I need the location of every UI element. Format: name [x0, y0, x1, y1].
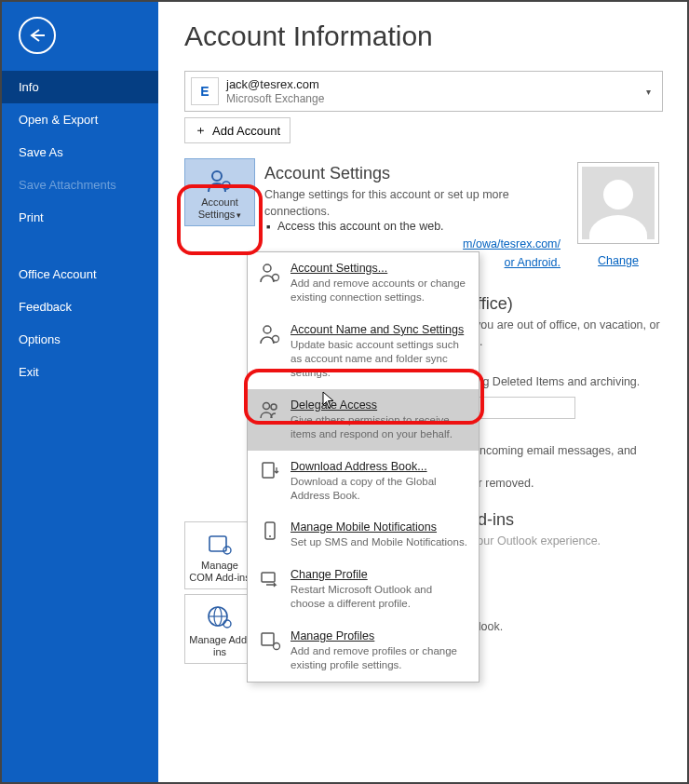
account-avatar-block: Change [574, 162, 663, 268]
account-email: jack@tesrex.com [226, 77, 642, 92]
dropdown-item-title: Download Address Book... [290, 460, 469, 473]
profile-swap-icon [257, 568, 283, 611]
svg-point-2 [225, 184, 228, 187]
account-settings-tile[interactable]: Account Settings▾ [184, 158, 255, 226]
sidebar-item-options[interactable]: Options [0, 323, 158, 356]
sidebar-item-open-export[interactable]: Open & Export [0, 103, 158, 136]
sidebar-item-info[interactable]: Info [0, 71, 158, 103]
owa-link-fragment[interactable]: m/owa/tesrex.com/ [463, 237, 561, 250]
dropdown-item-desc: Restart Microsoft Outlook and choose a d… [290, 583, 469, 611]
plus-icon: ＋ [195, 122, 207, 139]
svg-point-9 [263, 264, 271, 272]
svg-point-20 [274, 643, 280, 650]
change-photo-link[interactable]: Change [598, 254, 639, 267]
dropdown-item-title: Delegate Access [290, 399, 469, 412]
manage-web-addins-tile[interactable]: Manage Add-ins [184, 594, 255, 664]
dropdown-item-desc: Update basic account settings such as ac… [290, 338, 469, 380]
user-gear-icon [206, 169, 234, 193]
dropdown-item-mobile-notifications[interactable]: Manage Mobile Notifications Set up SMS a… [248, 511, 479, 559]
profile-gear-icon [257, 629, 283, 672]
sidebar-item-feedback[interactable]: Feedback [0, 291, 158, 323]
svg-point-14 [271, 404, 277, 410]
backstage-sidebar: Info Open & Export Save As Save Attachme… [0, 0, 158, 784]
arrow-left-icon [28, 28, 47, 43]
dropdown-item-title: Change Profile [290, 568, 469, 581]
svg-point-10 [273, 275, 279, 281]
sidebar-item-save-attachments: Save Attachments [0, 169, 158, 201]
dropdown-item-desc: Add and remove profiles or change existi… [290, 644, 469, 672]
svg-point-4 [223, 547, 231, 554]
dropdown-item-change-profile[interactable]: Change Profile Restart Microsoft Outlook… [248, 559, 479, 620]
page-title: Account Information [184, 20, 663, 52]
add-account-label: Add Account [212, 124, 280, 138]
globe-gear-icon [206, 604, 234, 630]
dropdown-item-desc: Add and remove accounts or change existi… [290, 277, 469, 304]
account-settings-desc: Change settings for this account or set … [264, 187, 561, 220]
dropdown-item-title: Manage Profiles [290, 629, 469, 642]
chevron-down-icon: ▾ [642, 87, 655, 97]
svg-point-0 [212, 171, 222, 181]
two-users-icon [257, 399, 283, 441]
dropdown-item-account-settings[interactable]: Account Settings... Add and remove accou… [248, 252, 479, 314]
svg-point-17 [269, 535, 271, 537]
puzzle-gear-icon [207, 532, 233, 556]
sidebar-item-save-as[interactable]: Save As [0, 136, 158, 169]
manage-com-addins-tile[interactable]: Manage COM Add-ins [184, 521, 255, 589]
user-gear-icon [257, 323, 283, 380]
exchange-icon: E [191, 77, 219, 105]
sidebar-item-print[interactable]: Print [0, 201, 158, 234]
dropdown-item-title: Account Name and Sync Settings [290, 323, 469, 336]
svg-point-12 [273, 335, 279, 342]
dropdown-item-delegate-access[interactable]: Delegate Access Give others permission t… [248, 389, 479, 451]
user-gear-icon [257, 262, 283, 304]
dropdown-item-title: Account Settings... [290, 262, 469, 275]
account-type: Microsoft Exchange [226, 92, 642, 105]
avatar-placeholder-icon [577, 162, 659, 244]
svg-point-13 [263, 402, 270, 409]
sidebar-item-office-account[interactable]: Office Account [0, 258, 158, 291]
back-button[interactable] [19, 17, 56, 54]
phone-icon [257, 520, 283, 549]
dropdown-item-download-address-book[interactable]: Download Address Book... Download a copy… [248, 451, 479, 512]
dropdown-item-title: Manage Mobile Notifications [290, 520, 467, 534]
account-settings-dropdown: Account Settings... Add and remove accou… [247, 251, 480, 683]
dropdown-item-name-sync[interactable]: Account Name and Sync Settings Update ba… [248, 314, 479, 389]
svg-rect-15 [263, 463, 274, 478]
dropdown-item-desc: Set up SMS and Mobile Notifications. [290, 535, 467, 549]
book-download-icon [257, 460, 283, 503]
dropdown-item-desc: Give others permission to receive items … [290, 413, 469, 441]
sidebar-item-exit[interactable]: Exit [0, 356, 158, 388]
add-account-button[interactable]: ＋ Add Account [184, 117, 290, 143]
svg-rect-19 [262, 633, 274, 645]
account-settings-heading: Account Settings [264, 164, 561, 183]
account-selector[interactable]: E jack@tesrex.com Microsoft Exchange ▾ [184, 71, 663, 112]
mobile-link-fragment[interactable]: or Android. [505, 256, 561, 269]
dropdown-item-desc: Download a copy of the Global Address Bo… [290, 475, 469, 503]
account-settings-bullet: Access this account on the web. [264, 220, 561, 233]
svg-point-11 [263, 326, 271, 333]
svg-rect-18 [262, 573, 275, 582]
dropdown-item-manage-profiles[interactable]: Manage Profiles Add and remove profiles … [248, 620, 479, 682]
